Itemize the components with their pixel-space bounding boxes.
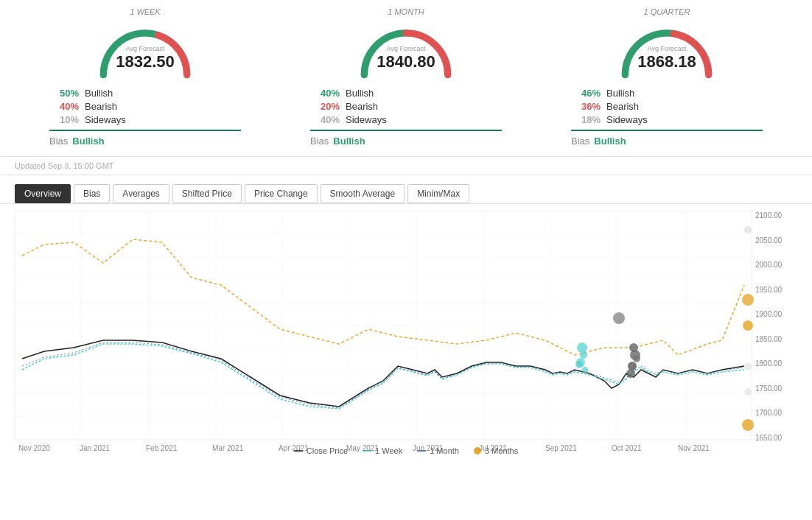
bullish-pct: 46% bbox=[571, 88, 601, 99]
tab-bias[interactable]: Bias bbox=[74, 184, 110, 203]
svg-text:Sep 2021: Sep 2021 bbox=[545, 444, 577, 452]
bullish-label: Bullish bbox=[85, 88, 113, 99]
bearish-pct: 36% bbox=[571, 101, 601, 112]
svg-text:Mar 2021: Mar 2021 bbox=[212, 444, 244, 452]
stats: 46%Bullish 36%Bearish 18%Sideways BiasBu… bbox=[556, 88, 777, 147]
legend-1week: 1 Week bbox=[375, 446, 402, 455]
svg-text:Nov 2021: Nov 2021 bbox=[678, 444, 710, 452]
bearish-label: Bearish bbox=[85, 101, 117, 112]
svg-point-15 bbox=[626, 369, 635, 378]
bullish-pct: 40% bbox=[310, 88, 340, 99]
bearish-label: Bearish bbox=[606, 101, 639, 112]
svg-point-8 bbox=[582, 367, 588, 373]
bearish-pct: 20% bbox=[310, 101, 340, 112]
chart-svg: Nov 2020 Jan 2021 Feb 2021 Mar 2021 Apr … bbox=[15, 211, 752, 442]
sideways-label: Sideways bbox=[346, 114, 387, 125]
sideways-pct: 40% bbox=[310, 114, 340, 125]
bias-label: Bias bbox=[571, 136, 589, 147]
svg-point-19 bbox=[744, 362, 752, 370]
svg-text:May 2021: May 2021 bbox=[346, 444, 379, 452]
svg-text:Apr 2021: Apr 2021 bbox=[279, 444, 309, 452]
legend-close-price: Close Price bbox=[307, 446, 348, 455]
updated-timestamp: Updated Sep 3, 15:00 GMT bbox=[0, 157, 812, 175]
chart-area: Nov 2020 Jan 2021 Feb 2021 Mar 2021 Apr … bbox=[0, 204, 812, 455]
svg-point-17 bbox=[742, 294, 754, 306]
bearish-pct: 40% bbox=[49, 101, 79, 112]
svg-point-21 bbox=[742, 419, 754, 431]
svg-point-18 bbox=[743, 320, 753, 331]
gauge: Avg Forecast 1840.80 bbox=[347, 19, 465, 82]
forecast-value: 1840.80 bbox=[377, 52, 435, 71]
svg-point-5 bbox=[577, 342, 587, 353]
gauge: Avg Forecast 1832.50 bbox=[86, 19, 204, 82]
tab-smooth-average[interactable]: Smooth Average bbox=[321, 184, 405, 203]
avg-text: Avg Forecast bbox=[377, 45, 435, 52]
svg-point-10 bbox=[613, 312, 625, 324]
svg-point-14 bbox=[633, 355, 640, 362]
period-label: 1 MONTH bbox=[388, 7, 424, 16]
tab-shifted-price[interactable]: Shifted Price bbox=[172, 184, 242, 203]
svg-point-13 bbox=[628, 362, 637, 370]
y-axis-right: 2100.00 2050.00 2000.00 1950.00 1900.00 … bbox=[752, 211, 797, 442]
bias-value: Bullish bbox=[333, 136, 365, 147]
period-label: 1 WEEK bbox=[130, 7, 161, 16]
stats: 40%Bullish 20%Bearish 40%Sideways BiasBu… bbox=[295, 88, 517, 147]
stats: 50%Bullish 40%Bearish 10%Sideways BiasBu… bbox=[35, 88, 256, 147]
sideways-label: Sideways bbox=[85, 114, 126, 125]
bias-label: Bias bbox=[49, 136, 68, 147]
avg-text: Avg Forecast bbox=[116, 45, 175, 52]
sideways-pct: 18% bbox=[571, 114, 601, 125]
svg-point-6 bbox=[580, 351, 587, 359]
tab-price-change[interactable]: Price Change bbox=[245, 184, 318, 203]
bullish-label: Bullish bbox=[346, 88, 374, 99]
bias-value: Bullish bbox=[594, 136, 626, 147]
svg-text:Feb 2021: Feb 2021 bbox=[146, 444, 178, 452]
forecast-panels: 1 WEEK Avg Forecast 1832.50 50%Bullish 4… bbox=[0, 0, 812, 157]
forecast-value: 1832.50 bbox=[116, 52, 175, 71]
period-label: 1 QUARTER bbox=[644, 7, 690, 16]
tab-averages[interactable]: Averages bbox=[113, 184, 169, 203]
bullish-pct: 50% bbox=[49, 88, 79, 99]
svg-text:Jul 2021: Jul 2021 bbox=[479, 444, 507, 452]
forecast-card-1-week: 1 WEEK Avg Forecast 1832.50 50%Bullish 4… bbox=[35, 7, 256, 152]
svg-rect-3 bbox=[15, 211, 752, 440]
forecast-card-1-month: 1 MONTH Avg Forecast 1840.80 40%Bullish … bbox=[295, 7, 517, 152]
bearish-label: Bearish bbox=[346, 101, 378, 112]
avg-text: Avg Forecast bbox=[637, 45, 696, 52]
sideways-pct: 10% bbox=[49, 114, 79, 125]
svg-text:Jan 2021: Jan 2021 bbox=[80, 444, 111, 452]
tab-overview[interactable]: Overview bbox=[15, 184, 71, 203]
sideways-label: Sideways bbox=[606, 114, 648, 125]
svg-text:Nov 2020: Nov 2020 bbox=[18, 444, 50, 452]
forecast-card-1-quarter: 1 QUARTER Avg Forecast 1868.18 46%Bullis… bbox=[556, 7, 777, 152]
bias-label: Bias bbox=[310, 136, 329, 147]
svg-point-20 bbox=[744, 388, 752, 396]
bias-value: Bullish bbox=[72, 136, 104, 147]
bullish-label: Bullish bbox=[606, 88, 634, 99]
svg-text:Jun 2021: Jun 2021 bbox=[413, 444, 444, 452]
svg-point-9 bbox=[575, 361, 583, 368]
svg-point-16 bbox=[744, 226, 752, 233]
svg-text:Oct 2021: Oct 2021 bbox=[612, 444, 642, 452]
forecast-value: 1868.18 bbox=[637, 52, 696, 71]
tabs-bar: OverviewBiasAveragesShifted PricePrice C… bbox=[0, 175, 812, 204]
tab-minim-max[interactable]: Minim/Max bbox=[407, 184, 469, 203]
gauge: Avg Forecast 1868.18 bbox=[608, 19, 726, 82]
